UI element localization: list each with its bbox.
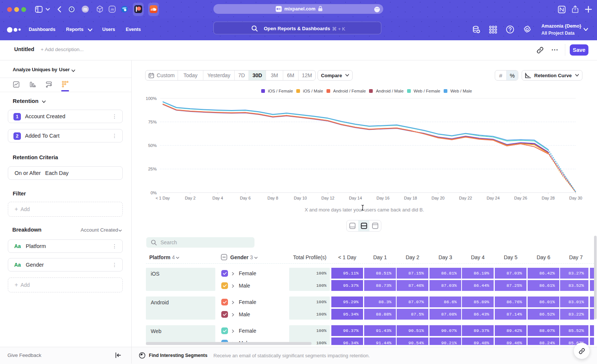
svg-text:Day 22: Day 22 [459, 196, 472, 200]
svg-text:Day 12: Day 12 [321, 196, 334, 200]
svg-text:JS: JS [110, 8, 114, 11]
svg-text:Day 4: Day 4 [212, 196, 223, 200]
svg-text:Day 28: Day 28 [542, 196, 555, 200]
svg-text:Day 14: Day 14 [349, 196, 362, 200]
svg-text:100%: 100% [146, 96, 157, 101]
svg-text:Day 16: Day 16 [376, 196, 390, 200]
svg-text:Day 18: Day 18 [404, 196, 417, 200]
svg-text:75%: 75% [148, 120, 157, 124]
svg-text:Day 10: Day 10 [294, 196, 307, 200]
svg-text:25%: 25% [148, 167, 157, 171]
svg-text:Day 8: Day 8 [268, 196, 278, 200]
svg-text:0%: 0% [150, 191, 157, 195]
svg-text:Day 30: Day 30 [569, 196, 582, 200]
svg-text:< 1 Day: < 1 Day [156, 196, 170, 200]
svg-text:Day 6: Day 6 [240, 196, 251, 200]
svg-text:Day 2: Day 2 [185, 196, 196, 200]
svg-text:Day 26: Day 26 [514, 196, 527, 200]
svg-text:50%: 50% [148, 143, 157, 148]
svg-text:Day 20: Day 20 [432, 196, 445, 200]
svg-text:Day 24: Day 24 [487, 196, 500, 200]
